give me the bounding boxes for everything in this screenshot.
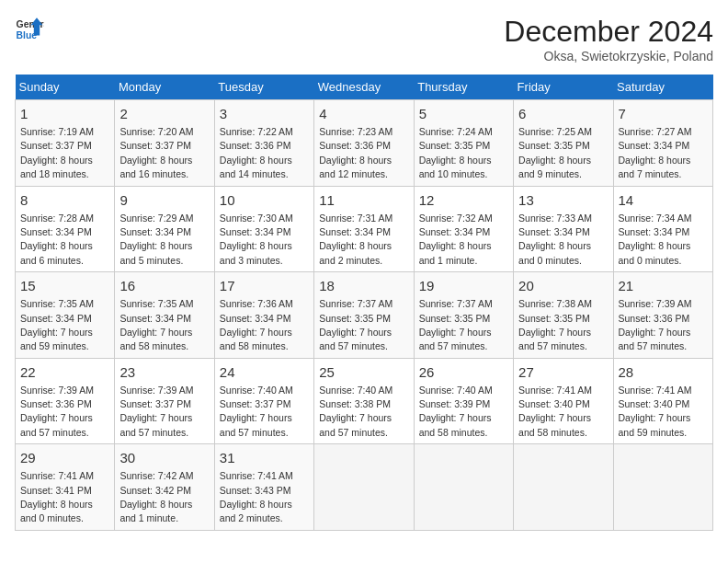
- day-number: 14: [619, 190, 708, 210]
- day-number: 18: [319, 276, 408, 295]
- day-info: Sunrise: 7:34 AMSunset: 3:34 PMDaylight:…: [619, 213, 692, 266]
- calendar-cell: 9Sunrise: 7:29 AMSunset: 3:34 PMDaylight…: [115, 186, 214, 272]
- day-info: Sunrise: 7:29 AMSunset: 3:34 PMDaylight:…: [119, 213, 193, 266]
- calendar-cell: [613, 444, 712, 531]
- day-number: 20: [518, 276, 608, 295]
- day-number: 21: [619, 276, 708, 295]
- month-year-title: December 2024: [504, 15, 713, 49]
- calendar-cell: 28Sunrise: 7:41 AMSunset: 3:40 PMDayligh…: [613, 358, 712, 444]
- day-number: 10: [220, 190, 309, 210]
- calendar-cell: 1Sunrise: 7:19 AMSunset: 3:37 PMDaylight…: [16, 100, 115, 187]
- day-number: 15: [20, 276, 109, 295]
- title-block: December 2024 Oksa, Swietokrzyskie, Pola…: [504, 15, 713, 63]
- location-subtitle: Oksa, Swietokrzyskie, Poland: [504, 49, 713, 63]
- calendar-cell: 8Sunrise: 7:28 AMSunset: 3:34 PMDaylight…: [16, 186, 115, 272]
- day-number: 11: [319, 190, 408, 210]
- calendar-cell: 31Sunrise: 7:41 AMSunset: 3:43 PMDayligh…: [214, 444, 313, 531]
- day-info: Sunrise: 7:41 AMSunset: 3:40 PMDaylight:…: [518, 385, 592, 438]
- day-info: Sunrise: 7:42 AMSunset: 3:42 PMDaylight:…: [119, 470, 193, 523]
- day-info: Sunrise: 7:22 AMSunset: 3:36 PMDaylight:…: [220, 126, 293, 179]
- logo-icon: General Blue: [15, 15, 44, 44]
- day-info: Sunrise: 7:41 AMSunset: 3:41 PMDaylight:…: [20, 470, 94, 523]
- day-info: Sunrise: 7:37 AMSunset: 3:35 PMDaylight:…: [319, 298, 392, 351]
- calendar-cell: 23Sunrise: 7:39 AMSunset: 3:37 PMDayligh…: [115, 358, 214, 444]
- calendar-cell: 14Sunrise: 7:34 AMSunset: 3:34 PMDayligh…: [613, 186, 712, 272]
- calendar-cell: 24Sunrise: 7:40 AMSunset: 3:37 PMDayligh…: [214, 358, 313, 444]
- day-info: Sunrise: 7:30 AMSunset: 3:34 PMDaylight:…: [220, 213, 293, 266]
- calendar-cell: 6Sunrise: 7:25 AMSunset: 3:35 PMDaylight…: [514, 100, 613, 187]
- day-info: Sunrise: 7:35 AMSunset: 3:34 PMDaylight:…: [119, 298, 193, 351]
- calendar-cell: 12Sunrise: 7:32 AMSunset: 3:34 PMDayligh…: [414, 186, 513, 272]
- calendar-cell: 30Sunrise: 7:42 AMSunset: 3:42 PMDayligh…: [115, 444, 214, 531]
- header-wednesday: Wednesday: [314, 75, 414, 100]
- day-info: Sunrise: 7:39 AMSunset: 3:36 PMDaylight:…: [20, 385, 94, 438]
- calendar-cell: 25Sunrise: 7:40 AMSunset: 3:38 PMDayligh…: [314, 358, 414, 444]
- calendar-table: SundayMondayTuesdayWednesdayThursdayFrid…: [15, 75, 713, 531]
- day-number: 24: [220, 362, 309, 382]
- day-number: 6: [518, 104, 608, 123]
- calendar-cell: [414, 444, 513, 531]
- calendar-cell: 29Sunrise: 7:41 AMSunset: 3:41 PMDayligh…: [16, 444, 115, 531]
- calendar-week-4: 22Sunrise: 7:39 AMSunset: 3:36 PMDayligh…: [16, 358, 713, 444]
- day-info: Sunrise: 7:37 AMSunset: 3:35 PMDaylight:…: [419, 298, 493, 351]
- header-friday: Friday: [514, 75, 613, 100]
- calendar-cell: [514, 444, 613, 531]
- calendar-cell: 13Sunrise: 7:33 AMSunset: 3:34 PMDayligh…: [514, 186, 613, 272]
- day-number: 16: [119, 276, 209, 295]
- calendar-cell: 17Sunrise: 7:36 AMSunset: 3:34 PMDayligh…: [214, 272, 313, 359]
- calendar-cell: 18Sunrise: 7:37 AMSunset: 3:35 PMDayligh…: [314, 272, 414, 359]
- day-info: Sunrise: 7:40 AMSunset: 3:37 PMDaylight:…: [220, 385, 293, 438]
- day-number: 5: [419, 104, 508, 123]
- day-number: 31: [220, 448, 309, 467]
- day-number: 30: [119, 448, 209, 467]
- day-info: Sunrise: 7:33 AMSunset: 3:34 PMDaylight:…: [518, 213, 592, 266]
- calendar-cell: 4Sunrise: 7:23 AMSunset: 3:36 PMDaylight…: [314, 100, 414, 187]
- day-number: 23: [119, 362, 209, 382]
- day-info: Sunrise: 7:23 AMSunset: 3:36 PMDaylight:…: [319, 126, 392, 179]
- day-info: Sunrise: 7:31 AMSunset: 3:34 PMDaylight:…: [319, 213, 392, 266]
- day-info: Sunrise: 7:27 AMSunset: 3:34 PMDaylight:…: [619, 126, 692, 179]
- header-saturday: Saturday: [613, 75, 712, 100]
- header-tuesday: Tuesday: [214, 75, 313, 100]
- day-info: Sunrise: 7:19 AMSunset: 3:37 PMDaylight:…: [20, 126, 94, 179]
- calendar-cell: 2Sunrise: 7:20 AMSunset: 3:37 PMDaylight…: [115, 100, 214, 187]
- day-info: Sunrise: 7:40 AMSunset: 3:38 PMDaylight:…: [319, 385, 392, 438]
- header-sunday: Sunday: [16, 75, 115, 100]
- day-number: 7: [619, 104, 708, 123]
- day-info: Sunrise: 7:39 AMSunset: 3:36 PMDaylight:…: [619, 298, 692, 351]
- calendar-cell: 16Sunrise: 7:35 AMSunset: 3:34 PMDayligh…: [115, 272, 214, 359]
- day-number: 13: [518, 190, 608, 210]
- calendar-cell: 22Sunrise: 7:39 AMSunset: 3:36 PMDayligh…: [16, 358, 115, 444]
- day-info: Sunrise: 7:39 AMSunset: 3:37 PMDaylight:…: [119, 385, 193, 438]
- day-number: 25: [319, 362, 408, 382]
- calendar-cell: 26Sunrise: 7:40 AMSunset: 3:39 PMDayligh…: [414, 358, 513, 444]
- day-number: 29: [20, 448, 109, 467]
- calendar-week-2: 8Sunrise: 7:28 AMSunset: 3:34 PMDaylight…: [16, 186, 713, 272]
- day-number: 2: [119, 104, 209, 123]
- calendar-cell: 21Sunrise: 7:39 AMSunset: 3:36 PMDayligh…: [613, 272, 712, 359]
- day-info: Sunrise: 7:28 AMSunset: 3:34 PMDaylight:…: [20, 213, 94, 266]
- page-header: General Blue December 2024 Oksa, Swietok…: [15, 15, 713, 63]
- day-number: 26: [419, 362, 508, 382]
- day-info: Sunrise: 7:36 AMSunset: 3:34 PMDaylight:…: [220, 298, 293, 351]
- calendar-cell: 20Sunrise: 7:38 AMSunset: 3:35 PMDayligh…: [514, 272, 613, 359]
- logo: General Blue: [15, 15, 44, 44]
- day-number: 3: [220, 104, 309, 123]
- calendar-cell: 19Sunrise: 7:37 AMSunset: 3:35 PMDayligh…: [414, 272, 513, 359]
- day-info: Sunrise: 7:40 AMSunset: 3:39 PMDaylight:…: [419, 385, 493, 438]
- day-number: 4: [319, 104, 408, 123]
- day-info: Sunrise: 7:35 AMSunset: 3:34 PMDaylight:…: [20, 298, 94, 351]
- day-number: 27: [518, 362, 608, 382]
- day-info: Sunrise: 7:25 AMSunset: 3:35 PMDaylight:…: [518, 126, 592, 179]
- day-info: Sunrise: 7:24 AMSunset: 3:35 PMDaylight:…: [419, 126, 493, 179]
- calendar-week-5: 29Sunrise: 7:41 AMSunset: 3:41 PMDayligh…: [16, 444, 713, 531]
- day-info: Sunrise: 7:41 AMSunset: 3:43 PMDaylight:…: [220, 470, 293, 523]
- day-number: 28: [619, 362, 708, 382]
- calendar-cell: 7Sunrise: 7:27 AMSunset: 3:34 PMDaylight…: [613, 100, 712, 187]
- day-info: Sunrise: 7:38 AMSunset: 3:35 PMDaylight:…: [518, 298, 592, 351]
- calendar-header-row: SundayMondayTuesdayWednesdayThursdayFrid…: [16, 75, 713, 100]
- day-number: 12: [419, 190, 508, 210]
- day-info: Sunrise: 7:41 AMSunset: 3:40 PMDaylight:…: [619, 385, 692, 438]
- calendar-cell: 15Sunrise: 7:35 AMSunset: 3:34 PMDayligh…: [16, 272, 115, 359]
- header-thursday: Thursday: [414, 75, 513, 100]
